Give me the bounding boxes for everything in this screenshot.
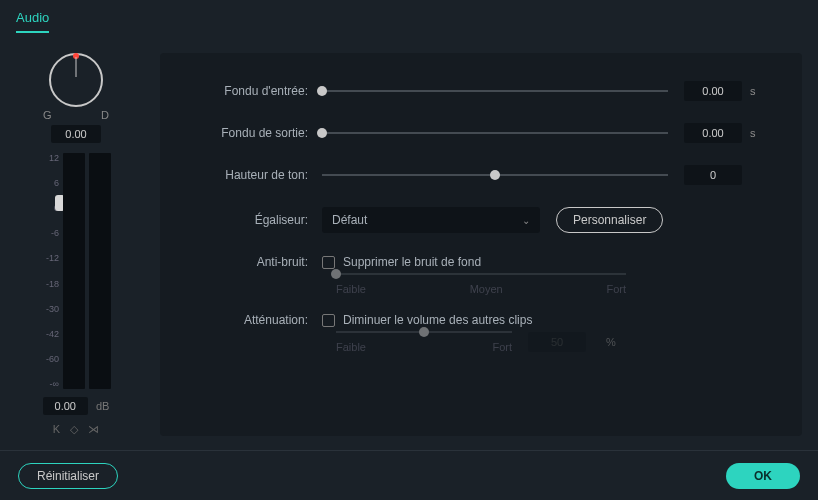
- tab-audio[interactable]: Audio: [16, 10, 49, 33]
- volume-unit: dB: [96, 400, 109, 412]
- ok-button[interactable]: OK: [726, 463, 800, 489]
- ducking-unit: %: [606, 336, 626, 348]
- ducking-checkbox[interactable]: [322, 314, 335, 327]
- ducking-range-low: Faible: [336, 341, 366, 353]
- footer: Réinitialiser OK: [0, 450, 818, 500]
- fade-in-slider[interactable]: [322, 90, 668, 92]
- ducking-checkbox-label: Diminuer le volume des autres clips: [343, 313, 532, 327]
- denoise-range-low: Faible: [336, 283, 366, 295]
- denoise-range-mid: Moyen: [470, 283, 503, 295]
- pan-value: 0.00: [51, 125, 100, 143]
- fade-out-value[interactable]: 0.00: [684, 123, 742, 143]
- reset-button[interactable]: Réinitialiser: [18, 463, 118, 489]
- add-keyframe-icon[interactable]: ◇: [70, 423, 78, 436]
- ducking-value[interactable]: 50: [528, 332, 586, 352]
- pan-right-label: D: [101, 109, 109, 121]
- meter-ticks: 12 6 0 -6 -12 -18 -30 -42 -60 -∞: [41, 153, 59, 389]
- pitch-value[interactable]: 0: [684, 165, 742, 185]
- ducking-slider[interactable]: [336, 331, 512, 333]
- meter-right: [89, 153, 111, 389]
- customize-equalizer-button[interactable]: Personnaliser: [556, 207, 663, 233]
- next-keyframe-icon[interactable]: ⋊: [88, 423, 99, 436]
- pitch-slider[interactable]: [322, 174, 668, 176]
- pitch-label: Hauteur de ton:: [192, 168, 322, 182]
- left-panel: G D 0.00 12 6 0 -6 -12 -18 -30 -42 -60 -…: [16, 53, 136, 436]
- fade-in-label: Fondu d'entrée:: [192, 84, 322, 98]
- ducking-range-high: Fort: [492, 341, 512, 353]
- fade-in-value[interactable]: 0.00: [684, 81, 742, 101]
- equalizer-select[interactable]: Défaut ⌄: [322, 207, 540, 233]
- ducking-label: Atténuation:: [192, 313, 322, 327]
- denoise-slider[interactable]: [336, 273, 626, 275]
- denoise-range-high: Fort: [606, 283, 626, 295]
- pan-knob[interactable]: [49, 53, 103, 107]
- denoise-checkbox-label: Supprimer le bruit de fond: [343, 255, 481, 269]
- tab-bar: Audio: [0, 0, 818, 33]
- meter-left: [63, 153, 85, 389]
- fade-out-unit: s: [750, 127, 770, 139]
- fade-in-unit: s: [750, 85, 770, 97]
- denoise-checkbox[interactable]: [322, 256, 335, 269]
- equalizer-label: Égaliseur:: [192, 213, 322, 227]
- volume-value: 0.00: [43, 397, 88, 415]
- equalizer-selected: Défaut: [332, 213, 367, 227]
- chevron-down-icon: ⌄: [522, 215, 530, 226]
- fade-out-slider[interactable]: [322, 132, 668, 134]
- denoise-label: Anti-bruit:: [192, 255, 322, 269]
- transport-controls: K ◇ ⋊: [53, 423, 99, 436]
- volume-meters[interactable]: [63, 153, 111, 389]
- properties-panel: Fondu d'entrée: 0.00 s Fondu de sortie: …: [160, 53, 802, 436]
- fade-out-label: Fondu de sortie:: [192, 126, 322, 140]
- prev-keyframe-icon[interactable]: K: [53, 423, 60, 436]
- pan-left-label: G: [43, 109, 52, 121]
